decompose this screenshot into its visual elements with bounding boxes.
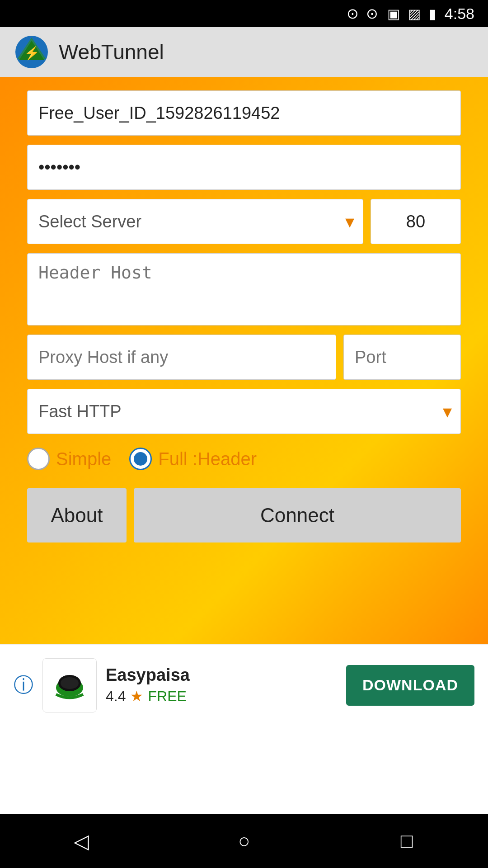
svg-point-6 bbox=[61, 677, 79, 689]
download-button[interactable]: DOWNLOAD bbox=[346, 665, 474, 706]
ad-meta: 4.4 ★ FREE bbox=[106, 688, 337, 705]
status-right-icons: ▣ ▨ ▮ 4:58 bbox=[387, 5, 474, 23]
user-id-input[interactable] bbox=[27, 90, 461, 136]
radio-full-header-circle bbox=[129, 448, 152, 470]
method-dropdown[interactable]: Fast HTTP bbox=[27, 389, 461, 434]
status-bar: ⊙ ⊙ ▣ ▨ ▮ 4:58 bbox=[0, 0, 488, 27]
info-icon[interactable]: ⓘ bbox=[14, 672, 33, 698]
connect-button[interactable]: Connect bbox=[134, 488, 461, 542]
camera-icon-2: ⊙ bbox=[366, 5, 378, 22]
main-content: Select Server ▾ Fast HTTP ▾ Simple Full … bbox=[0, 77, 488, 644]
ad-app-name: Easypaisa bbox=[106, 665, 337, 685]
ad-rating: 4.4 bbox=[106, 688, 126, 705]
recents-button[interactable]: □ bbox=[389, 823, 425, 859]
back-button[interactable]: ◁ bbox=[63, 823, 99, 859]
camera-icon-1: ⊙ bbox=[347, 5, 359, 22]
radio-row: Simple Full :Header bbox=[27, 443, 461, 475]
select-server-dropdown[interactable]: Select Server bbox=[27, 199, 363, 244]
app-bar: ⚡ WebTunnel bbox=[0, 27, 488, 77]
ad-banner: ⓘ Easypaisa 4.4 ★ FREE DOWNLOAD bbox=[0, 644, 488, 726]
app-logo: ⚡ bbox=[14, 34, 50, 70]
method-wrapper: Fast HTTP ▾ bbox=[27, 389, 461, 434]
about-button[interactable]: About bbox=[27, 488, 127, 542]
select-server-wrapper: Select Server ▾ bbox=[27, 199, 363, 244]
ad-free-label: FREE bbox=[148, 688, 186, 705]
radio-full-header-label: Full :Header bbox=[158, 449, 257, 469]
port-input[interactable] bbox=[371, 199, 461, 244]
password-input[interactable] bbox=[27, 145, 461, 190]
easypaisa-logo bbox=[47, 663, 92, 708]
radio-full-header[interactable]: Full :Header bbox=[129, 448, 257, 470]
status-time: 4:58 bbox=[445, 5, 474, 23]
ad-text: Easypaisa 4.4 ★ FREE bbox=[106, 665, 337, 705]
status-icons-left: ⊙ ⊙ bbox=[347, 5, 378, 22]
app-title: WebTunnel bbox=[59, 40, 164, 64]
battery-icon: ▮ bbox=[429, 6, 436, 22]
buttons-row: About Connect bbox=[27, 488, 461, 542]
radio-simple-circle bbox=[27, 448, 50, 470]
signal-icon: ▨ bbox=[408, 6, 421, 22]
bottom-nav: ◁ ○ □ bbox=[0, 814, 488, 868]
ad-logo-box bbox=[42, 658, 97, 712]
home-button[interactable]: ○ bbox=[226, 823, 262, 859]
spacer bbox=[0, 726, 488, 814]
proxy-host-input[interactable] bbox=[27, 335, 336, 380]
proxy-row bbox=[27, 335, 461, 380]
svg-text:⚡: ⚡ bbox=[24, 46, 40, 61]
vibrate-icon: ▣ bbox=[387, 6, 400, 22]
radio-simple-label: Simple bbox=[56, 449, 111, 469]
radio-simple[interactable]: Simple bbox=[27, 448, 111, 470]
radio-full-header-inner bbox=[134, 452, 147, 466]
proxy-port-input[interactable] bbox=[343, 335, 461, 380]
server-row: Select Server ▾ bbox=[27, 199, 461, 244]
header-host-input[interactable] bbox=[27, 253, 461, 326]
ad-star-icon: ★ bbox=[130, 688, 143, 705]
